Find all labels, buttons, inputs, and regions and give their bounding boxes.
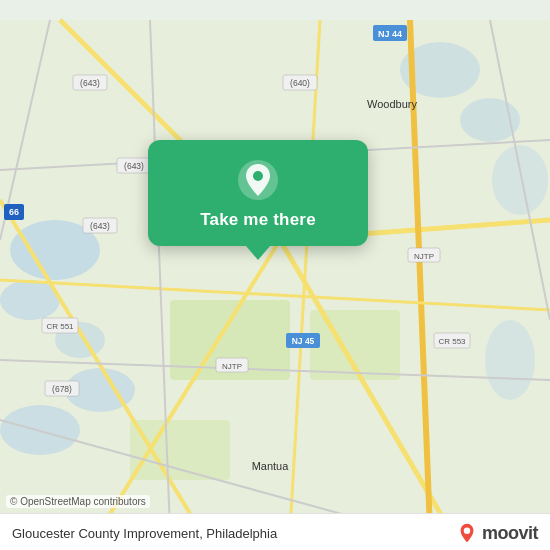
map-attribution: © OpenStreetMap contributors <box>6 495 150 508</box>
map-background: NJ 44 (643) (640) Woodbury (643) (643) 6… <box>0 0 550 550</box>
svg-point-8 <box>492 145 548 215</box>
location-label: Gloucester County Improvement, Philadelp… <box>12 526 277 541</box>
svg-point-55 <box>464 528 470 534</box>
svg-text:NJTP: NJTP <box>222 362 242 371</box>
bottom-bar: Gloucester County Improvement, Philadelp… <box>0 513 550 550</box>
svg-text:NJ 45: NJ 45 <box>292 336 315 346</box>
svg-rect-12 <box>130 420 230 480</box>
location-pin-icon <box>236 158 280 202</box>
callout-label: Take me there <box>200 210 316 230</box>
moovit-logo: moovit <box>456 522 538 544</box>
svg-text:(643): (643) <box>124 161 144 171</box>
svg-text:(643): (643) <box>90 221 110 231</box>
svg-text:NJTP: NJTP <box>414 252 434 261</box>
svg-rect-0 <box>0 20 550 530</box>
svg-text:CR 553: CR 553 <box>438 337 466 346</box>
svg-text:Mantua: Mantua <box>252 460 290 472</box>
svg-text:(643): (643) <box>80 78 100 88</box>
svg-text:CR 551: CR 551 <box>46 322 74 331</box>
svg-point-9 <box>485 320 535 400</box>
svg-point-54 <box>253 171 263 181</box>
location-callout[interactable]: Take me there <box>148 140 368 246</box>
svg-text:NJ 44: NJ 44 <box>378 29 402 39</box>
svg-text:(640): (640) <box>290 78 310 88</box>
moovit-wordmark: moovit <box>482 523 538 544</box>
svg-text:(678): (678) <box>52 384 72 394</box>
svg-text:Woodbury: Woodbury <box>367 98 417 110</box>
map-container: NJ 44 (643) (640) Woodbury (643) (643) 6… <box>0 0 550 550</box>
svg-text:66: 66 <box>9 207 19 217</box>
moovit-pin-icon <box>456 522 478 544</box>
